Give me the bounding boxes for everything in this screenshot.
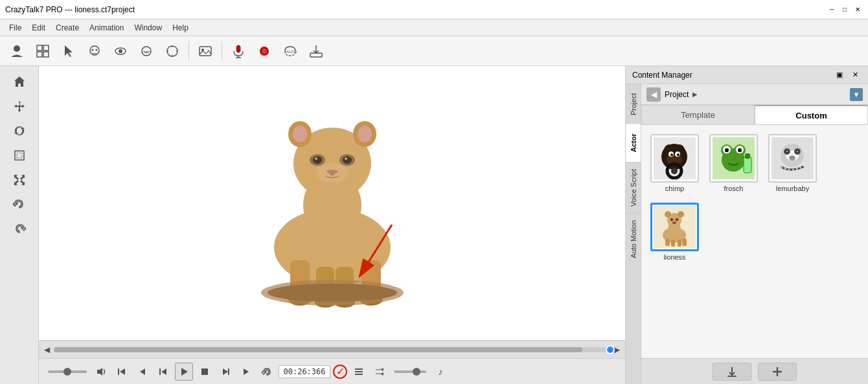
loop-btn[interactable] — [258, 363, 276, 381]
prev-frame-btn[interactable] — [133, 363, 152, 381]
svg-rect-4 — [43, 52, 49, 57]
shuffle-btn[interactable] — [371, 363, 389, 381]
mic-toolbar-btn[interactable] — [227, 40, 250, 63]
actor-toolbar-btn[interactable] — [5, 40, 29, 63]
thumb-lemurbaby-label: lemurbaby — [776, 185, 809, 192]
stop-btn[interactable] — [196, 363, 214, 381]
step-back-btn[interactable] — [113, 363, 131, 381]
cursor-toolbar-btn[interactable] — [57, 40, 80, 63]
music-icon[interactable]: ♪ — [431, 363, 450, 381]
nav-path-arrow: ▶ — [692, 91, 698, 98]
viewport[interactable] — [39, 66, 625, 340]
timeline-handle[interactable] — [606, 345, 615, 354]
undo-tool-btn[interactable] — [6, 193, 32, 216]
thumb-chimp-label: chimp — [665, 185, 684, 192]
move-tool-btn[interactable] — [6, 95, 32, 118]
redo-tool-btn[interactable] — [6, 218, 32, 241]
nav-back-btn[interactable]: ◀ — [646, 87, 661, 102]
play-btn[interactable] — [175, 363, 193, 381]
thumbnails-area: chimp — [641, 125, 868, 358]
svg-rect-102 — [682, 238, 687, 246]
timecode-check-btn[interactable]: ✓ — [333, 365, 347, 379]
content-manager-header: Content Manager ▣ ✕ — [626, 66, 868, 84]
timeline-track[interactable] — [54, 347, 610, 352]
svg-rect-1 — [37, 45, 42, 51]
svg-rect-18 — [236, 45, 240, 52]
thumb-chimp-box — [650, 134, 699, 183]
cm-pin-btn[interactable]: ▣ — [833, 69, 846, 81]
toolbar-separator-2 — [222, 41, 222, 61]
window-title: CrazyTalk7 PRO --- lioness.ct7project — [5, 5, 135, 14]
svg-rect-100 — [671, 240, 675, 247]
svg-point-48 — [345, 157, 347, 160]
thumb-lemurbaby-box — [768, 134, 817, 183]
auto-toolbar-btn[interactable]: AUTO — [279, 40, 302, 63]
svg-rect-54 — [118, 368, 119, 375]
maximize-btn[interactable]: □ — [839, 5, 850, 15]
menu-file[interactable]: File — [4, 21, 27, 34]
svg-point-7 — [96, 49, 98, 51]
record-toolbar-btn[interactable] — [253, 40, 276, 63]
next-frame-btn[interactable] — [237, 363, 255, 381]
tab-template[interactable]: Template — [641, 105, 755, 124]
svg-point-40 — [293, 126, 307, 142]
menu-create[interactable]: Create — [51, 21, 84, 34]
go-start-btn[interactable] — [154, 363, 172, 381]
eye-toolbar-btn[interactable] — [109, 40, 132, 63]
content-manager-controls: ▣ ✕ — [833, 69, 862, 81]
thumb-lioness[interactable]: lioness — [648, 200, 702, 264]
close-btn[interactable]: ✕ — [852, 5, 863, 15]
svg-rect-26 — [17, 153, 22, 158]
home-tool-btn[interactable] — [6, 70, 32, 93]
timeline-start[interactable]: ◀ — [44, 345, 50, 354]
volume-icon[interactable] — [92, 363, 110, 381]
svg-rect-59 — [355, 371, 363, 372]
vtab-actor[interactable]: Actor — [626, 123, 641, 162]
svg-point-9 — [119, 49, 122, 53]
svg-point-78 — [725, 148, 729, 152]
go-end-btn[interactable] — [216, 363, 234, 381]
svg-rect-2 — [43, 45, 49, 51]
vtab-voice-script[interactable]: Voice Script — [626, 162, 641, 213]
add-btn[interactable] — [758, 363, 797, 381]
music-thumb — [413, 368, 420, 376]
svg-point-90 — [797, 151, 798, 152]
svg-point-105 — [671, 219, 673, 221]
rotate-tool-btn[interactable] — [6, 119, 32, 142]
thumb-lemurbaby[interactable]: lemurbaby — [766, 131, 819, 195]
menu-window[interactable]: Window — [129, 21, 167, 34]
svg-point-42 — [358, 126, 372, 142]
timeline-end[interactable]: ▶ — [614, 345, 620, 354]
scale-tool-btn[interactable] — [6, 144, 32, 167]
mouth-toolbar-btn[interactable] — [135, 40, 158, 63]
volume-slider[interactable] — [48, 370, 87, 373]
music-slider[interactable] — [394, 370, 426, 373]
vtab-project[interactable]: Project — [626, 84, 641, 123]
thumb-chimp[interactable]: chimp — [648, 131, 702, 195]
thumb-frosch[interactable]: frosch — [707, 131, 760, 195]
title-bar: CrazyTalk7 PRO --- lioness.ct7project ─ … — [0, 0, 868, 19]
export-toolbar-btn[interactable] — [304, 40, 328, 63]
svg-text:AUTO: AUTO — [286, 50, 297, 54]
vtab-auto-motion[interactable]: Auto Motion — [626, 213, 641, 265]
canvas-area: ◀ ▶ — [39, 66, 625, 384]
image-toolbar-btn[interactable] — [194, 40, 217, 63]
grid-toolbar-btn[interactable] — [31, 40, 54, 63]
tab-custom[interactable]: Custom — [755, 105, 868, 124]
svg-point-93 — [792, 157, 794, 158]
fit-tool-btn[interactable] — [6, 168, 32, 192]
thumb-frosch-box — [709, 134, 758, 183]
menu-edit[interactable]: Edit — [27, 21, 51, 34]
menu-help[interactable]: Help — [167, 21, 194, 34]
minimize-btn[interactable]: ─ — [827, 5, 837, 15]
svg-point-92 — [791, 157, 792, 158]
download-btn[interactable] — [713, 363, 751, 381]
head-toolbar-btn[interactable] — [83, 40, 106, 63]
menu-animation[interactable]: Animation — [84, 21, 129, 34]
nav-dropdown-btn[interactable]: ▼ — [850, 88, 863, 101]
svg-point-47 — [315, 157, 317, 160]
scene-btn[interactable] — [350, 363, 368, 381]
cm-close-btn[interactable]: ✕ — [849, 69, 862, 81]
svg-point-89 — [786, 151, 788, 152]
face-toolbar-btn[interactable] — [161, 40, 184, 63]
